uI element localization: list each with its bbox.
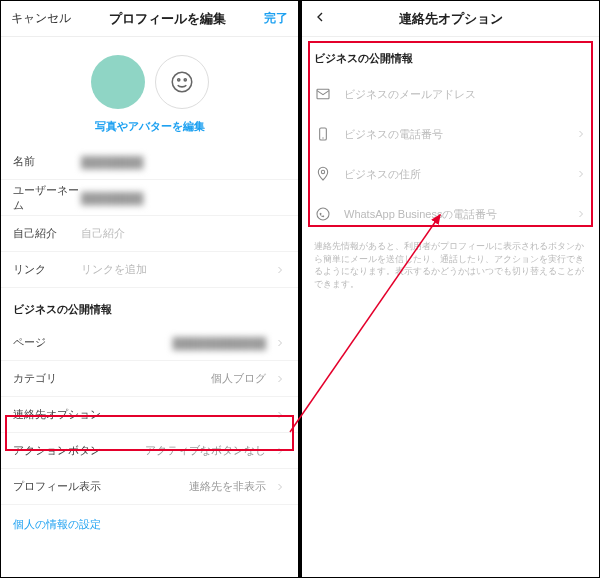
svg-line-8 — [290, 215, 440, 432]
annotation-arrow — [0, 0, 600, 578]
screenshot-container: キャンセル プロフィールを編集 完了 写真やアバターを編集 名前 ███████… — [0, 0, 600, 578]
